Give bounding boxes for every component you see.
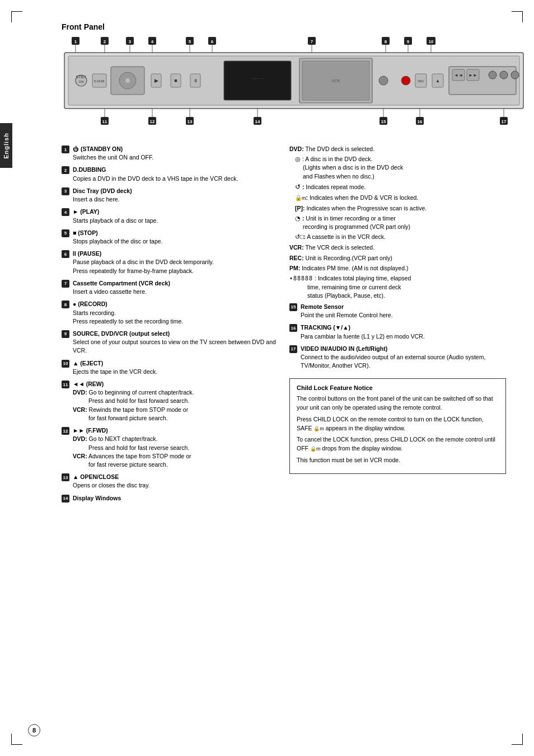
item-desc-8: Starts recording.Press repeatedly to set… [73,309,183,325]
item-number-17: 17 [289,345,297,353]
item-title-4: ► (PLAY) [73,208,99,215]
item-number-9: 9 [62,330,69,338]
right-column: DVD: The DVD deck is selected. ◎ : A dis… [289,145,506,506]
item-desc-15: Point the unit Remote Control here. [301,312,393,318]
item-desc-10: Ejects the tape in the VCR deck. [73,368,157,375]
svg-text:11: 11 [102,119,107,124]
svg-text:VCR: VCR [332,79,340,83]
child-lock-para-2: Press CHILD LOCK on the remote control t… [297,415,499,433]
top-number-badges: 1 2 3 4 5 6 7 8 [72,37,435,45]
section-title: Front Panel [62,22,506,31]
item-4: 4 ► (PLAY) Starts playback of a disc or … [62,208,278,224]
svg-point-50 [401,76,410,85]
item-8: 8 ● (RECORD) Starts recording.Press repe… [62,300,278,326]
item-title-9: SOURCE, DVD/VCR (output select) [73,330,170,337]
svg-text:D.DUB: D.DUB [94,79,105,83]
svg-text:5: 5 [189,39,191,44]
item-title-6: II (PAUSE) [73,250,101,257]
page-container: English Front Panel 1 2 3 4 [0,0,534,756]
item-content-10: ▲ (EJECT) Ejects the tape in the VCR dec… [73,359,278,376]
svg-text:◄◄: ◄◄ [454,73,463,78]
item-content-11: ◄◄ (REW) DVD: Go to beginning of current… [73,380,278,422]
item-number-16: 16 [289,324,297,332]
item-content-4: ► (PLAY) Starts playback of a disc or ta… [73,208,278,224]
item-7: 7 Cassette Compartment (VCR deck) Insert… [62,279,278,296]
svg-text:13: 13 [188,119,193,124]
svg-text:16: 16 [418,119,423,124]
item-desc-12: DVD: Go to NEXT chapter/track. Press and… [73,435,191,468]
svg-text:17: 17 [502,119,507,124]
svg-text:1: 1 [74,39,77,44]
item-number-11: 11 [62,381,69,388]
svg-text:6: 6 [211,39,214,44]
item-desc-1: Switches the unit ON and OFF. [73,154,153,161]
item-11: 11 ◄◄ (REW) DVD: Go to beginning of curr… [62,380,278,422]
item-14: 14 Display Windows [62,494,278,503]
svg-point-49 [379,76,388,85]
left-column: 1 ⏻ (STANDBY ON) Switches the unit ON an… [62,145,278,506]
child-lock-para-3: To cancel the LOCK function, press CHILD… [297,435,499,453]
svg-text:SRC: SRC [418,79,424,83]
child-lock-para-1: The control buttons on the front panel o… [297,395,499,412]
svg-text:▲: ▲ [435,78,440,83]
svg-text:►►: ►► [469,73,477,78]
svg-text:▶: ▶ [154,78,158,83]
svg-text:9: 9 [407,39,410,44]
svg-point-61 [500,71,508,79]
item-content-1: ⏻ (STANDBY ON) Switches the unit ON and … [73,145,278,162]
item-desc-16: Para cambiar la fuente (L1 y L2) en modo… [301,333,425,340]
svg-point-37 [125,78,130,83]
item-desc-7: Insert a video cassette here. [73,288,147,295]
item-13: 13 ▲ OPEN/CLOSE Opens or closes the disc… [62,473,278,490]
item-number-1: 1 [62,145,69,153]
item-desc-2: Copies a DVD in the DVD deck to a VHS ta… [73,175,238,182]
svg-text:- -:- - - -: - -:- - - - [251,76,264,80]
item-content-3: Disc Tray (DVD deck) Insert a disc here. [73,187,278,204]
svg-text:⏸: ⏸ [193,78,198,83]
svg-text:4: 4 [151,39,154,44]
corner-mark-br [512,734,523,745]
item-content-8: ● (RECORD) Starts recording.Press repeat… [73,300,278,326]
item-desc-9: Select one of your output sources to vie… [73,339,276,354]
item-desc-4: Starts playback of a disc or tape. [73,217,158,224]
item-number-6: 6 [62,250,69,258]
item-title-14: Display Windows [73,495,121,501]
item-number-3: 3 [62,187,69,195]
item-desc-3: Insert a disc here. [73,196,119,203]
indicator-lines-top [76,45,431,53]
item-number-14: 14 [62,495,69,503]
svg-text:3: 3 [129,39,132,44]
item-15: 15 Remote Sensor Point the unit Remote C… [289,303,506,320]
item-title-13: ▲ OPEN/CLOSE [73,473,119,480]
display-items: DVD: The DVD deck is selected. ◎ : A dis… [289,145,506,300]
corner-mark-tl [11,11,22,22]
child-lock-box: Child Lock Feature Notice The control bu… [289,378,506,473]
svg-text:14: 14 [255,119,260,124]
item-content-6: II (PAUSE) Pause playback of a disc in t… [73,250,278,275]
item-content-13: ▲ OPEN/CLOSE Opens or closes the disc tr… [73,473,278,490]
item-2: 2 D.DUBBING Copies a DVD in the DVD deck… [62,166,278,182]
item-title-10: ▲ (EJECT) [73,360,103,367]
svg-text:15: 15 [381,119,386,124]
item-number-7: 7 [62,280,69,288]
item-3: 3 Disc Tray (DVD deck) Insert a disc her… [62,187,278,204]
item-title-7: Cassette Compartment (VCR deck) [73,280,170,287]
bottom-number-badges: 11 12 13 14 15 16 [101,109,508,125]
item-content-12: ►► (F.FWD) DVD: Go to NEXT chapter/track… [73,426,278,469]
corner-mark-tr [512,11,523,22]
item-number-13: 13 [62,473,69,481]
item-content-7: Cassette Compartment (VCR deck) Insert a… [73,279,278,296]
item-9: 9 SOURCE, DVD/VCR (output select) Select… [62,330,278,355]
item-content-16: TRACKING (▼/▲) Para cambiar la fuente (L… [301,323,506,340]
item-content-9: SOURCE, DVD/VCR (output select) Select o… [73,330,278,355]
item-title-12: ►► (F.FWD) [73,427,108,434]
item-desc-6: Pause playback of a disc in the DVD deck… [73,259,214,274]
child-lock-para-4: This function must be set in VCR mode. [297,456,499,465]
item-1: 1 ⏻ (STANDBY ON) Switches the unit ON an… [62,145,278,162]
item-content-15: Remote Sensor Point the unit Remote Cont… [301,303,506,320]
item-number-8: 8 [62,300,69,308]
item-16: 16 TRACKING (▼/▲) Para cambiar la fuente… [289,323,506,340]
item-title-2: D.DUBBING [73,166,106,173]
corner-mark-bl [11,734,22,745]
item-title-1: ⏻ (STANDBY ON) [73,145,123,152]
